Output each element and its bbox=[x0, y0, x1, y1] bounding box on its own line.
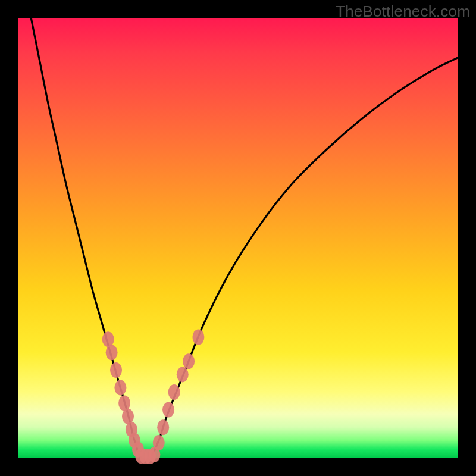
data-point bbox=[122, 409, 134, 424]
data-point bbox=[153, 435, 165, 450]
data-point bbox=[118, 396, 130, 411]
data-point bbox=[102, 331, 114, 347]
data-point bbox=[177, 367, 189, 382]
data-point bbox=[106, 345, 118, 360]
data-markers bbox=[102, 330, 205, 465]
bottleneck-curve bbox=[31, 18, 458, 461]
data-point bbox=[168, 384, 180, 400]
data-point bbox=[162, 402, 174, 418]
data-point bbox=[114, 380, 126, 396]
chart-svg bbox=[18, 18, 458, 458]
data-point bbox=[157, 419, 169, 435]
chart-frame: TheBottleneck.com bbox=[0, 0, 476, 476]
data-point bbox=[110, 362, 122, 378]
data-point bbox=[183, 353, 195, 369]
plot-area bbox=[18, 18, 458, 458]
bottleneck-curve bbox=[31, 18, 458, 461]
data-point bbox=[192, 330, 204, 345]
